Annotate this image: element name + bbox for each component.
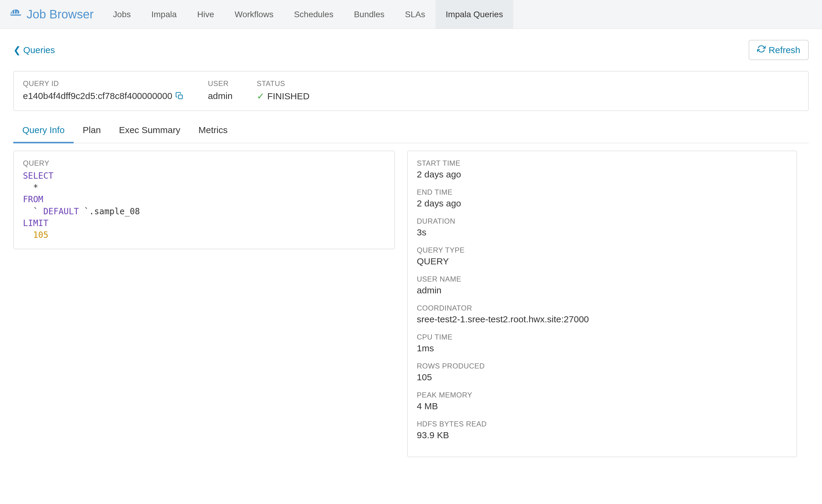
meta-value: 1ms [417,343,787,354]
sql-token: * [23,182,38,192]
back-to-queries-link[interactable]: ❮ Queries [13,45,55,55]
summary-query-id: QUERY ID e140b4f4dff9c2d5:cf78c8f4000000… [23,79,184,101]
nav-tab-slas[interactable]: SLAs [395,0,435,29]
nav-tab-hive[interactable]: Hive [187,0,225,29]
page-content: ❮ Queries Refresh QUERY ID e140b4f4dff9c… [0,29,822,468]
chevron-left-icon: ❮ [13,45,21,55]
meta-value: 4 MB [417,401,787,411]
meta-value: 2 days ago [417,169,787,179]
summary-value: ✓ FINISHED [257,91,310,101]
meta-row-cpu-time: CPU TIME1ms [417,333,787,354]
sql-token: ` [84,206,89,216]
meta-row-duration: DURATION3s [417,217,787,237]
nav-tabs: JobsImpalaHiveWorkflowsSchedulesBundlesS… [103,0,513,29]
detail-tab-exec-summary[interactable]: Exec Summary [110,120,189,143]
summary-value: e140b4f4dff9c2d5:cf78c8f400000000 [23,91,184,101]
meta-row-user-name: USER NAMEadmin [417,275,787,296]
copy-icon[interactable] [175,92,184,100]
meta-row-rows-produced: ROWS PRODUCED105 [417,362,787,382]
detail-tab-metrics[interactable]: Metrics [189,120,237,143]
meta-value: QUERY [417,256,787,267]
meta-row-hdfs-bytes-read: HDFS BYTES READ93.9 KB [417,420,787,440]
summary-status: STATUS ✓ FINISHED [257,79,310,101]
meta-row-coordinator: COORDINATORsree-test2-1.sree-test2.root.… [417,304,787,325]
summary-label: USER [208,79,233,88]
summary-user: USER admin [208,79,233,101]
back-link-label: Queries [23,45,55,55]
query-panel: QUERY SELECT * FROM ` DEFAULT `.sample_0… [13,150,395,249]
meta-label: CPU TIME [417,333,787,341]
query-panel-label: QUERY [23,159,385,167]
detail-tabs: Query InfoPlanExec SummaryMetrics [13,120,809,143]
check-icon: ✓ [257,91,264,101]
meta-label: HDFS BYTES READ [417,420,787,428]
summary-value: admin [208,91,233,101]
hardhat-icon [9,8,22,21]
meta-label: PEAK MEMORY [417,391,787,399]
sql-token: ` [23,206,38,216]
query-summary-box: QUERY ID e140b4f4dff9c2d5:cf78c8f4000000… [13,71,809,111]
detail-body: QUERY SELECT * FROM ` DEFAULT `.sample_0… [13,150,809,457]
meta-label: ROWS PRODUCED [417,362,787,370]
meta-value: 93.9 KB [417,430,787,440]
refresh-label: Refresh [769,45,800,55]
nav-tab-bundles[interactable]: Bundles [344,0,395,29]
meta-label: COORDINATOR [417,304,787,312]
meta-panel: START TIME2 days agoEND TIME2 days agoDU… [407,150,797,457]
brand-label: Job Browser [27,8,93,21]
summary-label: STATUS [257,79,310,88]
brand: Job Browser [9,8,93,21]
meta-value: 2 days ago [417,198,787,208]
refresh-button[interactable]: Refresh [749,40,809,60]
refresh-icon [757,45,766,55]
sql-text: SELECT * FROM ` DEFAULT `.sample_08 LIMI… [23,170,385,241]
meta-value: 105 [417,372,787,382]
detail-tab-query-info[interactable]: Query Info [13,120,74,143]
meta-row-end-time: END TIME2 days ago [417,188,787,208]
nav-tab-impala[interactable]: Impala [141,0,187,29]
query-id-text: e140b4f4dff9c2d5:cf78c8f400000000 [23,91,172,101]
sql-keyword: SELECT [23,171,53,181]
meta-label: END TIME [417,188,787,196]
meta-row-start-time: START TIME2 days ago [417,159,787,179]
meta-value: admin [417,285,787,296]
meta-row-peak-memory: PEAK MEMORY4 MB [417,391,787,411]
meta-label: QUERY TYPE [417,246,787,255]
status-text: FINISHED [267,91,310,101]
meta-label: DURATION [417,217,787,225]
sql-keyword: LIMIT [23,218,48,228]
sql-number: 105 [23,230,48,240]
meta-value: 3s [417,227,787,237]
detail-tab-plan[interactable]: Plan [74,120,110,143]
top-nav: Job Browser JobsImpalaHiveWorkflowsSched… [0,0,822,29]
sql-keyword: DEFAULT [38,206,84,216]
nav-tab-workflows[interactable]: Workflows [225,0,284,29]
page-header-row: ❮ Queries Refresh [13,40,809,60]
sql-token: .sample_08 [89,206,140,216]
nav-tab-impala-queries[interactable]: Impala Queries [435,0,513,29]
meta-value: sree-test2-1.sree-test2.root.hwx.site:27… [417,314,787,325]
svg-rect-0 [178,95,182,99]
meta-label: START TIME [417,159,787,167]
meta-label: USER NAME [417,275,787,284]
summary-label: QUERY ID [23,79,184,88]
nav-tab-schedules[interactable]: Schedules [284,0,344,29]
meta-row-query-type: QUERY TYPEQUERY [417,246,787,267]
sql-keyword: FROM [23,194,43,204]
nav-tab-jobs[interactable]: Jobs [103,0,141,29]
